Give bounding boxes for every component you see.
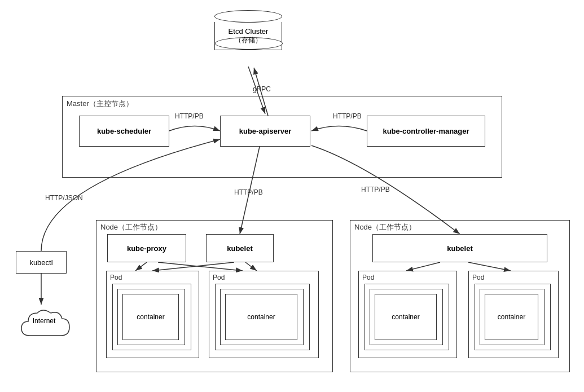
pod1-right-box: Pod container [358,271,457,358]
internet-cloud: Internet [16,305,72,341]
kube-apiserver-box: kube-apiserver [220,116,310,147]
kube-apiserver-label: kube-apiserver [239,127,292,135]
kube-proxy-label: kube-proxy [127,244,166,253]
pod2-left-label: Pod [213,274,225,281]
kubectl-label: kubectl [29,258,52,267]
pod1-right-label: Pod [362,274,374,281]
kubectl-box: kubectl [16,251,67,274]
pod1-left-label: Pod [110,274,122,281]
diagram-container: Etcd Cluster （存储） Master（主控节点） kube-sche… [0,0,584,392]
http-pb-kubelet-right-label: HTTP/PB [361,186,390,193]
kube-scheduler-label: kube-scheduler [97,127,151,135]
internet-label: Internet [33,317,56,325]
etcd-cylinder-body: Etcd Cluster （存储） [214,22,282,50]
kubelet-right-label: kubelet [447,244,473,253]
pod1-right-container-label: container [392,313,419,321]
etcd-cylinder-top [214,10,282,23]
node-left-label: Node（工作节点） [100,222,162,232]
master-label: Master（主控节点） [67,99,133,109]
etcd-label1: Etcd Cluster [229,27,269,36]
kube-controller-manager-box: kube-controller-manager [367,116,485,147]
kube-proxy-box: kube-proxy [107,234,186,262]
pod2-right-label: Pod [472,274,484,281]
etcd-label2: （存储） [229,36,269,45]
kube-scheduler-box: kube-scheduler [79,116,169,147]
etcd-cluster: Etcd Cluster （存储） [214,10,282,51]
kubelet-left-box: kubelet [206,234,274,262]
node-right-label: Node（工作节点） [354,222,416,232]
pod1-left-container-label: container [137,313,164,321]
http-json-label: HTTP/JSON [45,194,83,202]
kube-controller-manager-label: kube-controller-manager [383,127,469,135]
grpc-label: gRPC [253,85,271,93]
kubelet-left-label: kubelet [227,244,253,253]
pod2-right-box: Pod container [468,271,559,358]
pod2-left-container-label: container [247,313,275,321]
pod1-left-box: Pod container [106,271,199,358]
kubelet-right-box: kubelet [372,234,547,262]
http-pb-kubelet-left-label: HTTP/PB [234,188,263,196]
pod2-left-box: Pod container [209,271,319,358]
pod2-right-container-label: container [498,313,525,321]
